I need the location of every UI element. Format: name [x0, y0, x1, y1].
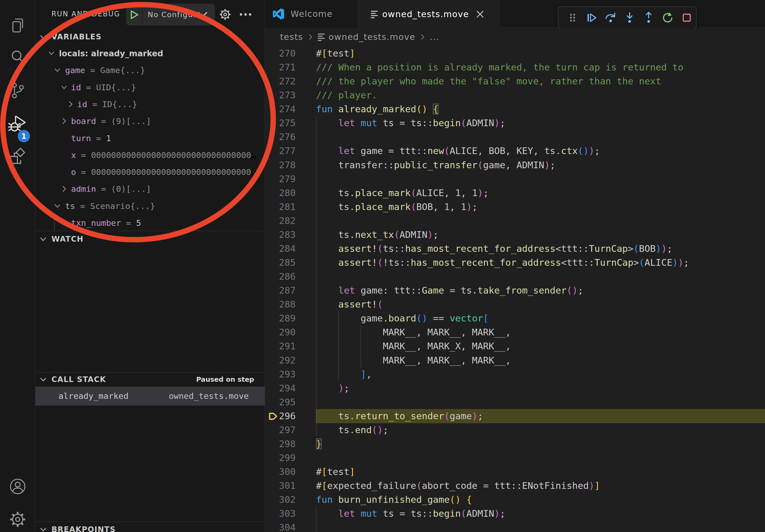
code-line-296[interactable]: ts.return_to_sender(game); — [316, 409, 483, 423]
variable-row-x-6[interactable]: x = 000000000000000000000000000000000000… — [35, 147, 265, 164]
gutter-line-number[interactable]: 299 — [265, 451, 296, 465]
debug-toolbar-step-over[interactable] — [601, 6, 620, 29]
section-header-variables[interactable]: VARIABLES — [35, 29, 265, 45]
gutter-line-number[interactable]: 278 — [265, 158, 296, 172]
activity-bar-item-run-and-debug[interactable]: 1 — [0, 111, 35, 137]
chevron-right-icon[interactable] — [60, 185, 68, 194]
gutter-line-number[interactable]: 295 — [265, 395, 296, 409]
debug-toolbar-step-into[interactable] — [620, 6, 639, 29]
gutter-line-number[interactable]: 289 — [265, 311, 296, 325]
variable-row-o-7[interactable]: o = 000000000000000000000000000000000000… — [35, 164, 265, 180]
code-line-303[interactable]: let mut ts = ts::begin(ADMIN); — [316, 507, 505, 520]
code-line-291[interactable]: MARK__, MARK_X, MARK__, — [316, 339, 511, 353]
code-line-273[interactable]: /// player. — [316, 88, 377, 102]
gutter-line-number[interactable]: 288 — [265, 297, 296, 311]
gutter-line-number[interactable]: 280 — [265, 186, 296, 200]
chevron-down-icon[interactable] — [60, 84, 68, 92]
gutter-line-number[interactable]: 279 — [265, 172, 296, 186]
tab-welcome[interactable]: Welcome — [265, 0, 357, 28]
code-editor[interactable]: 270#[test]271/// When a position is alre… — [265, 46, 765, 532]
gutter-line-number[interactable]: 275 — [265, 116, 296, 130]
gutter-line-number[interactable]: 292 — [265, 353, 296, 367]
section-header-breakpoints[interactable]: BREAKPOINTS — [35, 521, 265, 532]
gutter-line-number[interactable]: 291 — [265, 339, 296, 353]
code-line-302[interactable]: fun burn_unfinished_game() { — [316, 493, 472, 507]
code-line-292[interactable]: MARK__, MARK__, MARK__, — [316, 353, 511, 367]
code-line-297[interactable]: ts.end(); — [316, 423, 388, 437]
code-line-277[interactable]: let game = ttt::new(ALICE, BOB, KEY, ts.… — [316, 144, 600, 158]
section-header-call-stack[interactable]: CALL STACKPaused on step — [35, 371, 265, 388]
gutter-line-number[interactable]: 284 — [265, 242, 296, 256]
code-line-274[interactable]: fun already_marked() { — [316, 102, 438, 116]
code-line-280[interactable]: ts.place_mark(ALICE, 1, 1); — [316, 186, 489, 200]
gutter-line-number[interactable]: 272 — [265, 74, 296, 88]
breadcrumb-item-1[interactable]: owned_tests.move — [329, 32, 415, 42]
chevron-right-icon[interactable] — [67, 101, 74, 109]
code-line-272[interactable]: /// the player who made the "false" move… — [316, 74, 661, 88]
gutter-line-number[interactable]: 285 — [265, 256, 296, 269]
activity-bar-item-extensions[interactable] — [0, 143, 35, 170]
debug-toolbar-restart[interactable] — [658, 6, 677, 29]
debug-start-button[interactable] — [127, 4, 142, 25]
activity-bar-item-source-control[interactable] — [0, 77, 35, 104]
gutter-line-number[interactable]: 304 — [265, 520, 296, 532]
gutter-line-number[interactable]: 298 — [265, 437, 296, 451]
activity-bar-item-search[interactable] — [0, 44, 35, 71]
debug-settings-button[interactable] — [217, 4, 234, 25]
variable-row-admin-8[interactable]: admin = (0)[...] — [35, 180, 265, 197]
breadcrumb-item-2[interactable]: ... — [430, 32, 439, 42]
code-line-284[interactable]: assert!(ts::has_most_recent_for_address<… — [316, 242, 672, 256]
code-line-288[interactable]: assert!( — [316, 297, 383, 311]
variable-row-id-3[interactable]: id = ID{...} — [35, 96, 265, 113]
variable-row-txn_number-10[interactable]: txn_number = 5 — [35, 215, 265, 231]
breadcrumb-item-0[interactable]: tests — [280, 32, 303, 42]
debug-config-dropdown[interactable]: No Configur — [126, 4, 215, 25]
code-line-278[interactable]: transfer::public_transfer(game, ADMIN); — [316, 158, 555, 172]
activity-bar-item-explorer[interactable] — [0, 12, 35, 39]
variable-row-board-4[interactable]: board = (9)[...] — [35, 113, 265, 130]
chevron-right-icon[interactable] — [60, 117, 68, 126]
call-stack-frame-row[interactable]: already_markedowned_tests.move — [35, 387, 265, 405]
variable-row-ts-9[interactable]: ts = Scenario{...} — [35, 198, 265, 215]
gutter-line-number[interactable]: 282 — [265, 214, 296, 228]
variable-row-game-1[interactable]: game = Game{...} — [35, 62, 265, 79]
variables-scope-row[interactable]: locals: already_marked — [35, 45, 265, 62]
code-line-270[interactable]: #[test] — [316, 46, 355, 60]
code-line-298[interactable]: } — [316, 437, 322, 451]
code-line-275[interactable]: let mut ts = ts::begin(ADMIN); — [316, 116, 505, 130]
code-line-285[interactable]: assert!(!ts::has_most_recent_for_address… — [316, 256, 689, 269]
code-line-287[interactable]: let game: ttt::Game = ts.take_from_sende… — [316, 283, 583, 297]
gutter-line-number[interactable]: 276 — [265, 130, 296, 144]
code-line-271[interactable]: /// When a position is already marked, t… — [316, 60, 683, 74]
gutter-line-number[interactable]: 287 — [265, 283, 296, 297]
debug-toolbar-drag-handle[interactable] — [563, 6, 582, 29]
code-line-289[interactable]: game.board() == vector[ — [316, 311, 489, 325]
gutter-line-number[interactable]: 283 — [265, 228, 296, 242]
tab-owned-tests[interactable]: owned_tests.move — [357, 0, 500, 28]
chevron-down-icon[interactable] — [48, 50, 55, 58]
gutter-line-number[interactable]: 286 — [265, 269, 296, 283]
gutter-line-number[interactable]: 274 — [265, 102, 296, 116]
close-icon[interactable] — [475, 10, 485, 19]
gutter-line-number[interactable]: 302 — [265, 493, 296, 507]
gutter-line-number[interactable]: 273 — [265, 88, 296, 102]
code-line-301[interactable]: #[expected_failure(abort_code = ttt::ENo… — [316, 479, 600, 493]
debug-toolbar-step-out[interactable] — [639, 6, 658, 29]
gutter-line-number[interactable]: 300 — [265, 465, 296, 479]
gutter-line-number[interactable]: 294 — [265, 381, 296, 395]
debug-toolbar-stop[interactable] — [677, 6, 696, 29]
activity-bar-item-account[interactable] — [0, 473, 35, 500]
sidebar-more-actions-button[interactable] — [237, 4, 254, 25]
gutter-line-number[interactable]: 297 — [265, 423, 296, 437]
activity-bar-item-settings[interactable] — [0, 506, 35, 532]
gutter-line-number[interactable]: 270 — [265, 46, 296, 60]
gutter-line-number[interactable]: 290 — [265, 325, 296, 339]
debug-toolbar-continue[interactable] — [582, 6, 601, 29]
code-line-293[interactable]: ], — [316, 367, 372, 381]
gutter-line-number[interactable]: 293 — [265, 367, 296, 381]
code-line-281[interactable]: ts.place_mark(BOB, 1, 1); — [316, 200, 477, 214]
gutter-line-number[interactable]: 277 — [265, 144, 296, 158]
gutter-line-number[interactable]: 271 — [265, 60, 296, 74]
gutter-line-number[interactable]: 303 — [265, 507, 296, 520]
code-line-294[interactable]: ); — [316, 381, 350, 395]
